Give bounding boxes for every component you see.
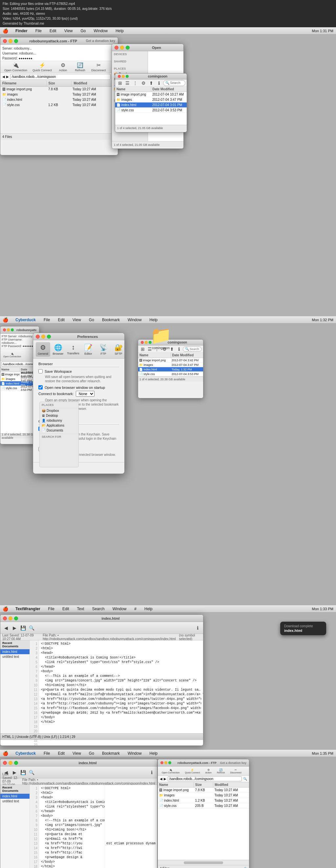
close-button[interactable]: [3, 39, 7, 43]
tw4-code-content[interactable]: <!DOCTYPE html> <html> <head> <title>Rob…: [39, 785, 105, 868]
menu3-file[interactable]: File: [46, 606, 57, 612]
ftp2-close[interactable]: [3, 329, 6, 331]
menu3-edit[interactable]: Edit: [60, 606, 71, 612]
menu2-view[interactable]: View: [71, 317, 83, 323]
open-conn-btn-2[interactable]: 🔌 Open Connection: [1, 352, 23, 358]
s2-robobunny[interactable]: 👤robobunny: [40, 418, 78, 423]
pref-tab-ftp[interactable]: 📡 FTP: [96, 342, 110, 356]
cs-search-input[interactable]: [170, 81, 183, 85]
ftp2-minimize[interactable]: [7, 329, 10, 331]
menu4-cd[interactable]: Cyberduck: [13, 750, 38, 756]
menu3-text[interactable]: Text: [75, 606, 86, 612]
view-icon-1[interactable]: ⊞: [116, 80, 123, 87]
s2-applications[interactable]: 📂Applications: [40, 423, 78, 428]
menu-cyberduck[interactable]: Cyberduck: [13, 317, 38, 323]
zoom-button[interactable]: [14, 39, 18, 43]
s2-dropbox[interactable]: 📦Dropbox: [40, 408, 78, 413]
menu2-edit[interactable]: Edit: [56, 317, 67, 323]
finder2-search-input[interactable]: [190, 347, 200, 351]
view-icon-3[interactable]: ⋮: [132, 80, 139, 87]
tw-close[interactable]: [3, 616, 7, 620]
fwd-btn[interactable]: ▶: [6, 75, 9, 79]
menu-edit[interactable]: Edit: [47, 28, 58, 34]
ftp4-disconnect[interactable]: ✂ Disconnect: [228, 768, 243, 774]
apple-menu-3[interactable]: 🍎: [3, 606, 8, 612]
tw-back-btn[interactable]: ◀: [2, 624, 9, 631]
ftp4-back-btn[interactable]: ◀: [160, 777, 162, 781]
cs-close[interactable]: [118, 75, 121, 78]
action-icon-cs[interactable]: ⚙: [140, 80, 147, 87]
ftp4-scrollbar[interactable]: [184, 862, 223, 864]
menu-window[interactable]: Window: [92, 28, 110, 34]
menu-textwrangler[interactable]: TextWrangler: [13, 606, 42, 612]
ftp4-close[interactable]: [161, 761, 163, 764]
menu3-search[interactable]: Search: [90, 606, 107, 612]
menu2-file[interactable]: File: [42, 317, 52, 323]
menu4-file[interactable]: File: [42, 750, 52, 756]
tw-minimize[interactable]: [8, 616, 12, 620]
ftp4-minimize[interactable]: [164, 761, 167, 764]
finder-close[interactable]: [114, 45, 119, 50]
apple-menu-4[interactable]: 🍎: [3, 751, 8, 756]
ftp2-zoom[interactable]: [11, 329, 14, 331]
menu-go[interactable]: Go: [79, 28, 88, 34]
share-icon-cs[interactable]: ⬆: [148, 80, 155, 87]
tw-code-content[interactable]: <!DOCTYPE html> <html> <head> <title>Rob…: [39, 641, 203, 733]
menu4-view[interactable]: View: [71, 750, 83, 756]
info-icon-cs[interactable]: ℹ: [156, 80, 162, 87]
menu3-window[interactable]: Window: [110, 606, 129, 612]
menu3-help[interactable]: Help: [142, 606, 155, 612]
cs-search-box[interactable]: 🔍: [163, 80, 186, 86]
tw-find-btn[interactable]: 🔍: [28, 624, 35, 631]
tw4-sidebar-item-0[interactable]: index.html: [0, 794, 30, 799]
tw4-info-btn[interactable]: ℹ: [148, 769, 155, 776]
finder2-search[interactable]: 🔍: [183, 346, 202, 352]
ftp4-fwd-btn[interactable]: ▶: [164, 777, 166, 781]
menu2-bookmark[interactable]: Bookmark: [100, 317, 122, 323]
open-connection-btn[interactable]: 🔌 Open Connection: [2, 61, 29, 72]
tw-sidebar-item-1[interactable]: untitled text: [0, 654, 30, 659]
f2-row-1[interactable]: 📁 images 2012-07-04 3:47 PM: [138, 363, 203, 367]
pref-tab-general[interactable]: ⚙ General: [36, 342, 50, 356]
menu4-edit[interactable]: Edit: [56, 750, 67, 756]
back-btn[interactable]: ◀: [2, 75, 5, 79]
finder-zoom[interactable]: [126, 45, 130, 50]
view-icon-2[interactable]: ☰: [124, 80, 131, 87]
ftp4-open-conn[interactable]: 🔌 Open Connection: [160, 768, 181, 774]
ftp4-row-3[interactable]: 📄 style.css 205 B Today 10:27 AM: [158, 803, 249, 809]
save-workspace-checkbox[interactable]: [38, 369, 43, 373]
ftp4-row-1[interactable]: 📁 images Today 10:27 AM: [158, 793, 249, 798]
quick-connect-btn[interactable]: ⚡ Quick Connect: [31, 61, 54, 72]
file-row-3[interactable]: 📄 style.css 1.2 KB Today 10:27 AM: [0, 102, 118, 108]
menu4-window[interactable]: Window: [126, 750, 144, 756]
tw-save-btn[interactable]: 💾: [20, 624, 27, 631]
menu4-help[interactable]: Help: [148, 750, 160, 756]
menu4-bookmark[interactable]: Bookmark: [100, 750, 122, 756]
menu-view[interactable]: View: [62, 28, 75, 34]
pref-tab-sftp[interactable]: 🔐 SFTP: [111, 342, 125, 356]
f2-row-3[interactable]: 📄 style.css 2012-07-04 3:53 PM: [138, 372, 203, 376]
cs-row-3[interactable]: 📄 style.css 2012-07-04 3:53 PM: [115, 108, 187, 113]
menu2-help[interactable]: Help: [148, 317, 160, 323]
ftp4-address-input[interactable]: [168, 776, 242, 781]
donation-key-link[interactable]: Get a donation key: [86, 39, 115, 43]
tw4-save-btn[interactable]: 💾: [20, 769, 27, 776]
tw4-zoom[interactable]: [14, 761, 18, 765]
menu2-go[interactable]: Go: [87, 317, 96, 323]
ftp4-action[interactable]: ⚙ Action: [203, 768, 213, 774]
cs-row-1[interactable]: 📁 images 2012-07-04 3:47 PM: [115, 97, 187, 102]
tw4-minimize[interactable]: [8, 761, 12, 765]
file-row-0[interactable]: 🖼 image import.png 7.8 KB Today 10:27 AM: [0, 87, 118, 92]
menu-finder[interactable]: Finder: [13, 28, 30, 34]
pref-close[interactable]: [36, 335, 40, 339]
tw4-find-btn[interactable]: 🔍: [28, 769, 35, 776]
f2-row-2[interactable]: 📄 index.html Today, 1:32 PM: [138, 367, 203, 372]
tw4-close[interactable]: [3, 761, 7, 765]
address-input[interactable]: [10, 74, 110, 80]
disconnect-btn[interactable]: ✂ Disconnect: [89, 61, 108, 72]
pref-tab-editor[interactable]: 📝 Editor: [81, 342, 96, 356]
finder-minimize[interactable]: [120, 45, 124, 50]
tw4-sidebar-item-1[interactable]: untitled text: [0, 799, 30, 804]
ftp4-donation[interactable]: Get a donation key: [220, 761, 246, 765]
tw-fwd-btn[interactable]: ▶: [11, 624, 18, 631]
